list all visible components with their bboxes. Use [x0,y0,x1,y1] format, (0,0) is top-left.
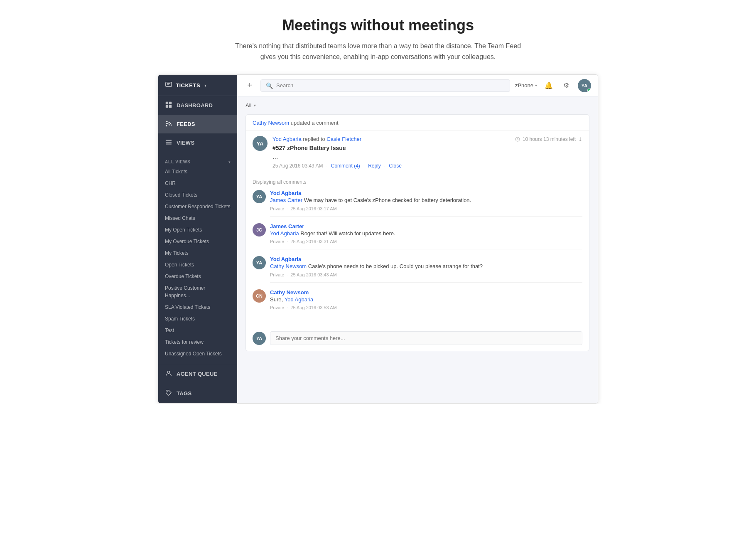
feeds-label: FEEDS [177,121,195,127]
view-item-tickets-for-review[interactable]: Tickets for review [158,336,237,348]
settings-button[interactable]: ⚙ [560,80,572,91]
ticket-user-avatar: YA [253,136,268,151]
sidebar-item-tickets[interactable]: TICKETS ▾ [158,75,237,96]
view-item-closed-tickets[interactable]: Closed Tickets [158,189,237,201]
sidebar-item-dashboard[interactable]: DASHBOARD [158,96,237,115]
reply-link[interactable]: Reply [368,163,381,169]
comment-text-1: James Carter We may have to get Casie's … [270,196,582,205]
feed-update-text: Cathy Newsom updated a comment [253,120,339,126]
notifications-button[interactable]: 🔔 [543,80,555,91]
ticket-title: #527 zPhone Battery Issue [272,145,582,151]
feed-updater-link[interactable]: Cathy Newsom [253,120,289,126]
comment-author-link-1[interactable]: Yod Agbaria [270,190,301,196]
avatar-initials: YA [582,83,587,88]
online-indicator [587,89,591,92]
user-avatar[interactable]: YA [578,79,591,92]
ticket-action-icon[interactable]: ⤓ [578,136,582,142]
svg-rect-3 [166,105,168,108]
separator-dot-1: · [326,163,327,169]
comment-mention-1[interactable]: James Carter [270,197,302,203]
sidebar-item-feeds[interactable]: FEEDS [158,115,237,133]
view-item-customer-responded[interactable]: Customer Responded Tickets [158,201,237,212]
comment-privacy-2: Private [270,239,284,244]
view-item-my-open-tickets[interactable]: My Open Tickets [158,224,237,236]
comment-item-4: CN Cathy Newsom Sure, Yod Agbaria Privat… [253,289,582,315]
search-icon: 🔍 [266,82,273,89]
main-content: + 🔍 zPhone ▾ 🔔 ⚙ YA All [237,75,598,403]
comment-avatar-4: CN [253,289,266,303]
ticket-icon [165,81,172,90]
svg-rect-7 [166,142,172,143]
view-item-open-tickets[interactable]: Open Tickets [158,259,237,271]
search-box[interactable]: 🔍 [260,79,510,92]
view-item-overdue-tickets[interactable]: Overdue Tickets [158,271,237,282]
displaying-label: Displaying all comments [253,179,582,185]
svg-rect-6 [166,140,172,141]
dashboard-icon [165,101,172,110]
hero-description: There's nothing that distributed teams l… [233,41,523,62]
view-item-missed-chats[interactable]: Missed Chats [158,212,237,224]
comment-footer-1: Private · 25 Aug 2016 03:17 AM [270,206,582,211]
view-item-my-tickets[interactable]: My Tickets [158,247,237,259]
view-item-all-tickets[interactable]: All Tickets [158,166,237,177]
add-button[interactable]: + [244,80,255,91]
dashboard-label: DASHBOARD [177,102,213,108]
tags-label: TAGS [177,390,191,397]
agent-queue-icon [165,370,172,378]
comment-footer-3: Private · 25 Aug 2016 03:43 AM [270,272,582,277]
feed-ticket-row: YA Yod Agbaria replied to Casie Fletcher [246,131,589,174]
comment-footer-4: Private · 25 Aug 2016 03:53 AM [270,305,582,310]
ticket-from-link[interactable]: Yod Agbaria [272,136,302,142]
hero-title: Meetings without meetings [8,17,748,34]
comment-mention-3[interactable]: Cathy Newsom [270,263,307,269]
phone-label: zPhone [515,82,533,89]
view-item-test[interactable]: Test [158,325,237,336]
topbar-right: zPhone ▾ 🔔 ⚙ YA [515,79,591,92]
sidebar-item-agent-queue[interactable]: AGENT QUEUE [158,364,237,384]
ticket-to-link[interactable]: Casie Fletcher [326,136,361,142]
comment-text-3: Cathy Newsom Casie's phone needs to be p… [270,262,582,271]
feed-card: Cathy Newsom updated a comment YA Yod Ag… [245,114,589,351]
phone-arrow-icon: ▾ [535,83,537,88]
comment-avatar-3: YA [253,256,266,269]
view-item-spam-tickets[interactable]: Spam Tickets [158,313,237,325]
comment-author-link-4[interactable]: Cathy Newsom [270,289,309,296]
comment-mention-2[interactable]: Yod Agbaria [270,230,299,237]
reply-input[interactable] [270,331,582,345]
comment-author-link-2[interactable]: James Carter [270,223,304,229]
sidebar-item-tags[interactable]: TAGS [158,384,237,403]
tickets-arrow-icon: ▾ [204,83,206,88]
filter-label: All [245,102,251,108]
sidebar-item-views[interactable]: VIEWS [158,133,237,152]
comment-date-4: 25 Aug 2016 03:53 AM [290,305,336,310]
feed-filter[interactable]: All ▾ [245,102,589,108]
view-item-chr[interactable]: CHR [158,177,237,189]
phone-selector[interactable]: zPhone ▾ [515,82,537,89]
ticket-name: zPhone Battery Issue [287,145,346,151]
view-item-sla-violated[interactable]: SLA Violated Tickets [158,301,237,313]
comment-count-link[interactable]: Comment (4) [331,163,360,169]
comment-body-2: James Carter Yod Agbaria Roger that! Wil… [270,223,582,250]
comment-privacy-3: Private [270,272,284,277]
svg-point-10 [167,392,168,392]
svg-rect-8 [166,144,172,145]
comment-mention-4[interactable]: Yod Agbaria [285,296,314,303]
comment-date-1: 25 Aug 2016 03:17 AM [290,206,336,211]
comment-author-link-3[interactable]: Yod Agbaria [270,256,301,262]
feed-ticket-meta: 10 hours 13 minutes left ⤓ [515,136,582,142]
close-link[interactable]: Close [389,163,402,169]
svg-rect-4 [169,105,172,108]
search-input[interactable] [276,82,505,89]
comment-privacy-4: Private [270,305,284,310]
view-item-my-overdue-tickets[interactable]: My Overdue Tickets [158,236,237,247]
comment-author-1: Yod Agbaria [270,190,582,196]
view-item-positive-customer[interactable]: Positive Customer Happines... [158,282,237,301]
comment-avatar-1: YA [253,190,266,203]
svg-rect-1 [166,102,168,104]
clock-icon [515,137,520,142]
views-icon [165,138,172,147]
filter-arrow-icon: ▾ [254,103,256,108]
view-item-unassigned[interactable]: Unassigned Open Tickets [158,348,237,360]
all-views-section: ALL VIEWS ▾ All Tickets CHR Closed Ticke… [158,152,237,364]
comment-item-1: YA Yod Agbaria James Carter We may have … [253,190,582,217]
